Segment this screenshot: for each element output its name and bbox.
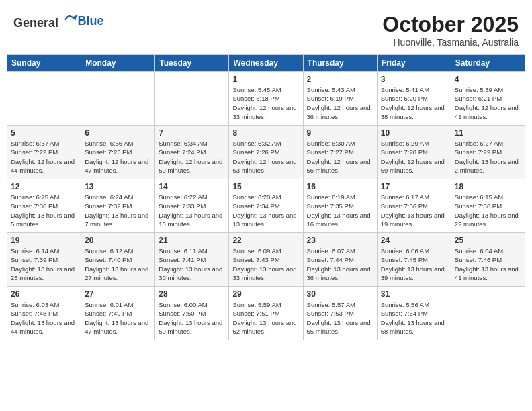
calendar-cell: 4Sunrise: 5:39 AM Sunset: 6:21 PM Daylig… [451, 72, 525, 126]
calendar-cell: 31Sunrise: 5:56 AM Sunset: 7:54 PM Dayli… [377, 287, 451, 340]
day-info: Sunrise: 6:30 AM Sunset: 7:27 PM Dayligh… [307, 139, 373, 175]
day-number: 16 [307, 182, 373, 191]
calendar-cell: 11Sunrise: 6:27 AM Sunset: 7:29 PM Dayli… [451, 126, 525, 179]
day-number: 22 [232, 236, 299, 245]
calendar-cell: 3Sunrise: 5:41 AM Sunset: 6:20 PM Daylig… [377, 72, 451, 126]
day-number: 8 [232, 128, 299, 138]
day-number: 27 [85, 289, 151, 299]
weekday-header-sunday: Sunday [7, 55, 81, 72]
calendar-cell: 15Sunrise: 6:20 AM Sunset: 7:34 PM Dayli… [229, 179, 303, 233]
day-info: Sunrise: 6:07 AM Sunset: 7:44 PM Dayligh… [307, 246, 373, 282]
day-info: Sunrise: 6:19 AM Sunset: 7:35 PM Dayligh… [307, 193, 373, 228]
day-info: Sunrise: 6:12 AM Sunset: 7:40 PM Dayligh… [85, 246, 151, 282]
day-info: Sunrise: 6:20 AM Sunset: 7:34 PM Dayligh… [232, 193, 299, 228]
calendar-week-row: 1Sunrise: 5:45 AM Sunset: 6:18 PM Daylig… [7, 72, 525, 126]
day-info: Sunrise: 6:00 AM Sunset: 7:50 PM Dayligh… [159, 300, 225, 336]
calendar-cell: 9Sunrise: 6:30 AM Sunset: 7:27 PM Daylig… [303, 126, 377, 179]
day-info: Sunrise: 5:56 AM Sunset: 7:54 PM Dayligh… [381, 300, 447, 336]
day-number: 15 [232, 182, 299, 191]
calendar-cell: 8Sunrise: 6:32 AM Sunset: 7:26 PM Daylig… [229, 126, 303, 179]
calendar-cell: 13Sunrise: 6:24 AM Sunset: 7:32 PM Dayli… [81, 179, 155, 233]
day-info: Sunrise: 6:11 AM Sunset: 7:41 PM Dayligh… [159, 246, 225, 282]
title-block: October 2025 Huonville, Tasmania, Austra… [382, 12, 519, 48]
calendar-cell: 16Sunrise: 6:19 AM Sunset: 7:35 PM Dayli… [303, 179, 377, 233]
day-number: 6 [85, 128, 151, 138]
weekday-header-saturday: Saturday [451, 55, 525, 72]
day-info: Sunrise: 5:57 AM Sunset: 7:53 PM Dayligh… [307, 300, 373, 336]
calendar-cell [81, 72, 155, 126]
calendar-cell: 2Sunrise: 5:43 AM Sunset: 6:19 PM Daylig… [303, 72, 377, 126]
day-number: 31 [381, 289, 447, 299]
calendar-cell: 18Sunrise: 6:15 AM Sunset: 7:38 PM Dayli… [451, 179, 525, 233]
calendar-week-row: 19Sunrise: 6:14 AM Sunset: 7:39 PM Dayli… [7, 233, 525, 287]
calendar-cell: 1Sunrise: 5:45 AM Sunset: 6:18 PM Daylig… [229, 72, 303, 126]
day-info: Sunrise: 6:34 AM Sunset: 7:24 PM Dayligh… [159, 139, 225, 175]
day-number: 18 [455, 182, 521, 191]
calendar-cell: 22Sunrise: 6:09 AM Sunset: 7:43 PM Dayli… [229, 233, 303, 287]
day-number: 23 [307, 236, 373, 245]
day-number: 12 [11, 182, 77, 191]
day-number: 5 [11, 128, 77, 138]
day-number: 17 [381, 182, 447, 191]
day-number: 14 [159, 182, 225, 191]
day-info: Sunrise: 6:09 AM Sunset: 7:43 PM Dayligh… [232, 246, 299, 282]
day-info: Sunrise: 5:43 AM Sunset: 6:19 PM Dayligh… [307, 85, 373, 121]
calendar-cell: 23Sunrise: 6:07 AM Sunset: 7:44 PM Dayli… [303, 233, 377, 287]
day-number: 11 [455, 128, 521, 138]
day-number: 29 [232, 289, 299, 299]
day-number: 2 [307, 75, 373, 84]
day-info: Sunrise: 6:15 AM Sunset: 7:38 PM Dayligh… [455, 193, 521, 228]
day-number: 10 [381, 128, 447, 138]
day-number: 28 [159, 289, 225, 299]
day-info: Sunrise: 6:01 AM Sunset: 7:49 PM Dayligh… [85, 300, 151, 336]
calendar-week-row: 5Sunrise: 6:37 AM Sunset: 7:22 PM Daylig… [7, 126, 525, 179]
logo-general: General [13, 16, 58, 30]
page-header: General Blue October 2025 Huonville, Tas… [7, 7, 525, 50]
calendar-cell: 20Sunrise: 6:12 AM Sunset: 7:40 PM Dayli… [81, 233, 155, 287]
calendar-cell: 6Sunrise: 6:36 AM Sunset: 7:23 PM Daylig… [81, 126, 155, 179]
day-number: 9 [307, 128, 373, 138]
day-number: 7 [159, 128, 225, 138]
day-info: Sunrise: 6:37 AM Sunset: 7:22 PM Dayligh… [11, 139, 77, 175]
weekday-header-tuesday: Tuesday [155, 55, 229, 72]
calendar-cell: 26Sunrise: 6:03 AM Sunset: 7:48 PM Dayli… [7, 287, 81, 340]
calendar-cell: 5Sunrise: 6:37 AM Sunset: 7:22 PM Daylig… [7, 126, 81, 179]
day-info: Sunrise: 5:59 AM Sunset: 7:51 PM Dayligh… [232, 300, 299, 336]
calendar-cell [155, 72, 229, 126]
day-info: Sunrise: 5:39 AM Sunset: 6:21 PM Dayligh… [455, 85, 521, 121]
day-info: Sunrise: 6:25 AM Sunset: 7:30 PM Dayligh… [11, 193, 77, 228]
day-number: 4 [455, 75, 521, 84]
day-info: Sunrise: 6:04 AM Sunset: 7:46 PM Dayligh… [455, 246, 521, 282]
calendar-cell: 27Sunrise: 6:01 AM Sunset: 7:49 PM Dayli… [81, 287, 155, 340]
day-info: Sunrise: 6:14 AM Sunset: 7:39 PM Dayligh… [11, 246, 77, 282]
day-info: Sunrise: 6:36 AM Sunset: 7:23 PM Dayligh… [85, 139, 151, 175]
day-number: 21 [159, 236, 225, 245]
weekday-header-friday: Friday [377, 55, 451, 72]
calendar-cell: 28Sunrise: 6:00 AM Sunset: 7:50 PM Dayli… [155, 287, 229, 340]
day-info: Sunrise: 6:32 AM Sunset: 7:26 PM Dayligh… [232, 139, 299, 175]
weekday-header-thursday: Thursday [303, 55, 377, 72]
calendar-cell: 21Sunrise: 6:11 AM Sunset: 7:41 PM Dayli… [155, 233, 229, 287]
calendar-cell: 17Sunrise: 6:17 AM Sunset: 7:36 PM Dayli… [377, 179, 451, 233]
weekday-header-wednesday: Wednesday [229, 55, 303, 72]
logo-blue: Blue [78, 14, 104, 28]
day-number: 19 [11, 236, 77, 245]
day-number: 26 [11, 289, 77, 299]
calendar-cell: 30Sunrise: 5:57 AM Sunset: 7:53 PM Dayli… [303, 287, 377, 340]
calendar-cell: 7Sunrise: 6:34 AM Sunset: 7:24 PM Daylig… [155, 126, 229, 179]
day-info: Sunrise: 5:45 AM Sunset: 6:18 PM Dayligh… [232, 85, 299, 121]
logo-icon [63, 12, 78, 27]
day-info: Sunrise: 6:03 AM Sunset: 7:48 PM Dayligh… [11, 300, 77, 336]
day-number: 13 [85, 182, 151, 191]
calendar-cell [451, 287, 525, 340]
day-info: Sunrise: 6:22 AM Sunset: 7:33 PM Dayligh… [159, 193, 225, 228]
calendar-cell [7, 72, 81, 126]
calendar-cell: 14Sunrise: 6:22 AM Sunset: 7:33 PM Dayli… [155, 179, 229, 233]
location-subtitle: Huonville, Tasmania, Australia [382, 37, 519, 48]
calendar-cell: 25Sunrise: 6:04 AM Sunset: 7:46 PM Dayli… [451, 233, 525, 287]
day-number: 3 [381, 75, 447, 84]
calendar-cell: 10Sunrise: 6:29 AM Sunset: 7:28 PM Dayli… [377, 126, 451, 179]
weekday-header-monday: Monday [81, 55, 155, 72]
day-number: 30 [307, 289, 373, 299]
calendar-week-row: 26Sunrise: 6:03 AM Sunset: 7:48 PM Dayli… [7, 287, 525, 340]
